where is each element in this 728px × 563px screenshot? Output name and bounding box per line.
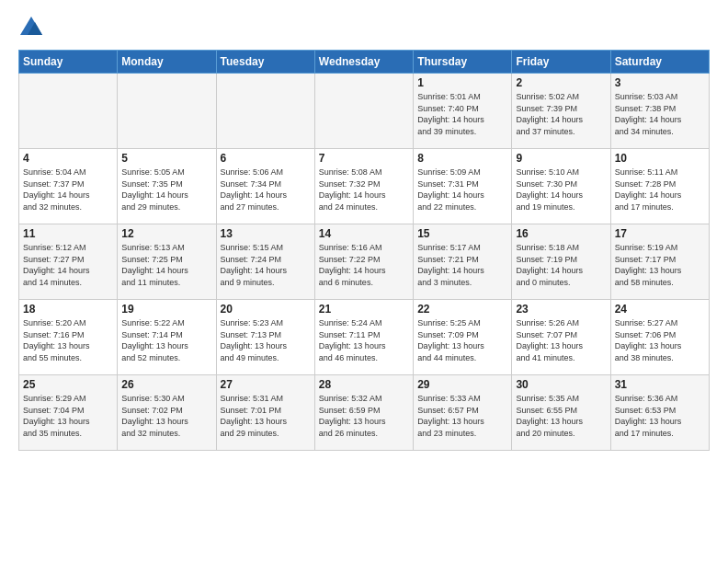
calendar-cell: 18Sunrise: 5:20 AM Sunset: 7:16 PM Dayli…: [19, 300, 118, 375]
week-row-4: 18Sunrise: 5:20 AM Sunset: 7:16 PM Dayli…: [19, 300, 710, 375]
calendar-cell: 12Sunrise: 5:13 AM Sunset: 7:25 PM Dayli…: [118, 224, 216, 300]
day-number: 28: [319, 378, 409, 391]
week-row-1: 1Sunrise: 5:01 AM Sunset: 7:40 PM Daylig…: [19, 74, 710, 149]
week-row-3: 11Sunrise: 5:12 AM Sunset: 7:27 PM Dayli…: [19, 224, 710, 300]
day-number: 21: [319, 303, 409, 316]
header: [18, 15, 710, 40]
calendar-cell: 24Sunrise: 5:27 AM Sunset: 7:06 PM Dayli…: [610, 300, 709, 375]
day-number: 6: [221, 152, 311, 165]
calendar-cell: 28Sunrise: 5:32 AM Sunset: 6:59 PM Dayli…: [314, 375, 413, 451]
day-info: Sunrise: 5:35 AM Sunset: 6:55 PM Dayligh…: [516, 393, 606, 439]
day-info: Sunrise: 5:13 AM Sunset: 7:25 PM Dayligh…: [121, 242, 211, 288]
weekday-header-monday: Monday: [118, 51, 216, 74]
calendar-cell: [216, 74, 314, 149]
day-info: Sunrise: 5:16 AM Sunset: 7:22 PM Dayligh…: [319, 242, 409, 288]
day-info: Sunrise: 5:11 AM Sunset: 7:28 PM Dayligh…: [615, 167, 705, 213]
weekday-header-thursday: Thursday: [414, 51, 512, 74]
calendar-cell: [314, 74, 413, 149]
day-info: Sunrise: 5:03 AM Sunset: 7:38 PM Dayligh…: [615, 91, 705, 137]
calendar-cell: 4Sunrise: 5:04 AM Sunset: 7:37 PM Daylig…: [19, 149, 118, 224]
calendar-cell: 17Sunrise: 5:19 AM Sunset: 7:17 PM Dayli…: [610, 224, 709, 300]
day-info: Sunrise: 5:04 AM Sunset: 7:37 PM Dayligh…: [23, 167, 113, 213]
calendar-cell: 23Sunrise: 5:26 AM Sunset: 7:07 PM Dayli…: [512, 300, 610, 375]
calendar-cell: 5Sunrise: 5:05 AM Sunset: 7:35 PM Daylig…: [118, 149, 216, 224]
day-info: Sunrise: 5:06 AM Sunset: 7:34 PM Dayligh…: [221, 167, 311, 213]
calendar-cell: 13Sunrise: 5:15 AM Sunset: 7:24 PM Dayli…: [216, 224, 314, 300]
weekday-header-tuesday: Tuesday: [216, 51, 314, 74]
day-number: 18: [23, 303, 113, 316]
day-number: 3: [615, 76, 705, 89]
calendar-cell: 25Sunrise: 5:29 AM Sunset: 7:04 PM Dayli…: [19, 375, 118, 451]
logo: [18, 15, 48, 40]
day-number: 2: [516, 76, 606, 89]
day-info: Sunrise: 5:01 AM Sunset: 7:40 PM Dayligh…: [417, 91, 507, 137]
calendar-cell: 21Sunrise: 5:24 AM Sunset: 7:11 PM Dayli…: [314, 300, 413, 375]
day-info: Sunrise: 5:23 AM Sunset: 7:13 PM Dayligh…: [221, 317, 311, 363]
calendar-cell: 2Sunrise: 5:02 AM Sunset: 7:39 PM Daylig…: [512, 74, 610, 149]
weekday-header-row: SundayMondayTuesdayWednesdayThursdayFrid…: [19, 51, 710, 74]
calendar-cell: 6Sunrise: 5:06 AM Sunset: 7:34 PM Daylig…: [216, 149, 314, 224]
day-info: Sunrise: 5:05 AM Sunset: 7:35 PM Dayligh…: [121, 167, 211, 213]
day-info: Sunrise: 5:10 AM Sunset: 7:30 PM Dayligh…: [516, 167, 606, 213]
logo-icon: [18, 15, 44, 40]
day-number: 29: [417, 378, 507, 391]
day-number: 11: [23, 227, 113, 240]
day-info: Sunrise: 5:20 AM Sunset: 7:16 PM Dayligh…: [23, 317, 113, 363]
day-number: 30: [516, 378, 606, 391]
day-number: 7: [319, 152, 409, 165]
calendar-cell: 11Sunrise: 5:12 AM Sunset: 7:27 PM Dayli…: [19, 224, 118, 300]
calendar-cell: 22Sunrise: 5:25 AM Sunset: 7:09 PM Dayli…: [414, 300, 512, 375]
day-info: Sunrise: 5:25 AM Sunset: 7:09 PM Dayligh…: [417, 317, 507, 363]
day-number: 8: [417, 152, 507, 165]
day-info: Sunrise: 5:36 AM Sunset: 6:53 PM Dayligh…: [615, 393, 705, 439]
calendar-cell: 30Sunrise: 5:35 AM Sunset: 6:55 PM Dayli…: [512, 375, 610, 451]
day-info: Sunrise: 5:33 AM Sunset: 6:57 PM Dayligh…: [417, 393, 507, 439]
calendar-cell: 9Sunrise: 5:10 AM Sunset: 7:30 PM Daylig…: [512, 149, 610, 224]
calendar-cell: 27Sunrise: 5:31 AM Sunset: 7:01 PM Dayli…: [216, 375, 314, 451]
calendar-cell: 1Sunrise: 5:01 AM Sunset: 7:40 PM Daylig…: [414, 74, 512, 149]
day-number: 23: [516, 303, 606, 316]
weekday-header-friday: Friday: [512, 51, 610, 74]
weekday-header-sunday: Sunday: [19, 51, 118, 74]
day-number: 24: [615, 303, 705, 316]
day-number: 22: [417, 303, 507, 316]
day-info: Sunrise: 5:26 AM Sunset: 7:07 PM Dayligh…: [516, 317, 606, 363]
calendar-cell: 29Sunrise: 5:33 AM Sunset: 6:57 PM Dayli…: [414, 375, 512, 451]
day-number: 12: [121, 227, 211, 240]
day-number: 16: [516, 227, 606, 240]
day-number: 15: [417, 227, 507, 240]
calendar-cell: 7Sunrise: 5:08 AM Sunset: 7:32 PM Daylig…: [314, 149, 413, 224]
day-info: Sunrise: 5:24 AM Sunset: 7:11 PM Dayligh…: [319, 317, 409, 363]
day-number: 25: [23, 378, 113, 391]
page: SundayMondayTuesdayWednesdayThursdayFrid…: [0, 0, 728, 563]
calendar-cell: 31Sunrise: 5:36 AM Sunset: 6:53 PM Dayli…: [610, 375, 709, 451]
calendar-cell: 14Sunrise: 5:16 AM Sunset: 7:22 PM Dayli…: [314, 224, 413, 300]
day-info: Sunrise: 5:15 AM Sunset: 7:24 PM Dayligh…: [221, 242, 311, 288]
calendar-cell: [19, 74, 118, 149]
day-info: Sunrise: 5:29 AM Sunset: 7:04 PM Dayligh…: [23, 393, 113, 439]
day-info: Sunrise: 5:27 AM Sunset: 7:06 PM Dayligh…: [615, 317, 705, 363]
calendar-cell: 10Sunrise: 5:11 AM Sunset: 7:28 PM Dayli…: [610, 149, 709, 224]
calendar-cell: 19Sunrise: 5:22 AM Sunset: 7:14 PM Dayli…: [118, 300, 216, 375]
calendar-cell: 8Sunrise: 5:09 AM Sunset: 7:31 PM Daylig…: [414, 149, 512, 224]
calendar-cell: 3Sunrise: 5:03 AM Sunset: 7:38 PM Daylig…: [610, 74, 709, 149]
calendar-cell: 26Sunrise: 5:30 AM Sunset: 7:02 PM Dayli…: [118, 375, 216, 451]
calendar: SundayMondayTuesdayWednesdayThursdayFrid…: [18, 50, 710, 451]
day-number: 9: [516, 152, 606, 165]
day-info: Sunrise: 5:02 AM Sunset: 7:39 PM Dayligh…: [516, 91, 606, 137]
day-number: 5: [121, 152, 211, 165]
day-number: 20: [221, 303, 311, 316]
calendar-cell: 20Sunrise: 5:23 AM Sunset: 7:13 PM Dayli…: [216, 300, 314, 375]
day-number: 10: [615, 152, 705, 165]
calendar-cell: 16Sunrise: 5:18 AM Sunset: 7:19 PM Dayli…: [512, 224, 610, 300]
day-number: 1: [417, 76, 507, 89]
calendar-cell: 15Sunrise: 5:17 AM Sunset: 7:21 PM Dayli…: [414, 224, 512, 300]
day-number: 13: [221, 227, 311, 240]
calendar-cell: [118, 74, 216, 149]
day-info: Sunrise: 5:19 AM Sunset: 7:17 PM Dayligh…: [615, 242, 705, 288]
day-number: 27: [221, 378, 311, 391]
day-info: Sunrise: 5:08 AM Sunset: 7:32 PM Dayligh…: [319, 167, 409, 213]
day-number: 4: [23, 152, 113, 165]
day-info: Sunrise: 5:30 AM Sunset: 7:02 PM Dayligh…: [121, 393, 211, 439]
week-row-5: 25Sunrise: 5:29 AM Sunset: 7:04 PM Dayli…: [19, 375, 710, 451]
